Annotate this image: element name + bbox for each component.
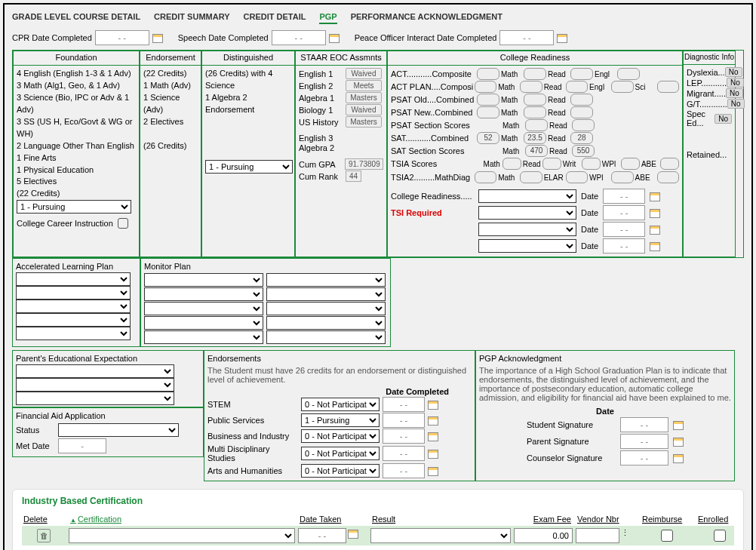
alp-select[interactable]: [16, 313, 131, 327]
calendar-icon[interactable]: [650, 207, 660, 218]
score-sublabel: Engl: [595, 70, 616, 78]
endorsement-date-input[interactable]: [383, 413, 425, 428]
status-select[interactable]: [58, 423, 179, 437]
col-certification[interactable]: Certification: [69, 512, 295, 526]
college-date-input[interactable]: [603, 189, 645, 204]
staar-label: Algebra 1: [299, 94, 343, 103]
monitor-select[interactable]: [266, 273, 386, 287]
pee-select[interactable]: [16, 378, 174, 392]
endorsement-date-input[interactable]: [383, 429, 425, 444]
result-select[interactable]: [370, 528, 511, 543]
signature-date-input[interactable]: [620, 434, 668, 449]
calendar-icon[interactable]: [557, 32, 567, 43]
speech-date-input[interactable]: [272, 30, 326, 45]
calendar-icon[interactable]: [428, 466, 438, 476]
endorsement-select[interactable]: 0 - Not Participating: [301, 464, 380, 478]
college-select[interactable]: [478, 206, 576, 220]
diagnostic-header: Diagnostic Info: [684, 51, 735, 65]
endorsement-select[interactable]: 0 - Not Participating: [301, 429, 380, 443]
monitor-select[interactable]: [266, 287, 386, 301]
monitor-select[interactable]: [144, 273, 263, 287]
met-date-input[interactable]: [58, 438, 106, 453]
score-box: [477, 94, 499, 106]
pee-select[interactable]: [16, 364, 174, 378]
date-label: Date: [581, 208, 598, 217]
score-box: [502, 158, 521, 170]
cci-checkbox[interactable]: [118, 218, 128, 229]
college-select[interactable]: [478, 239, 576, 253]
reimburse-checkbox[interactable]: [661, 530, 673, 542]
col-exam-fee[interactable]: Exam Fee: [514, 512, 573, 526]
college-date-input[interactable]: [603, 238, 645, 253]
calendar-icon[interactable]: [650, 224, 660, 235]
tab-pgp[interactable]: PGP: [319, 11, 337, 24]
endorsement-select[interactable]: 0 - Not Participating: [301, 398, 380, 411]
score-box: [520, 171, 542, 183]
tab-grade-level[interactable]: GRADE LEVEL COURSE DETAIL: [12, 11, 140, 24]
fin-header: Financial Aid Application: [16, 410, 200, 422]
endorsement-date-input[interactable]: [383, 463, 425, 478]
calendar-icon[interactable]: [673, 419, 684, 430]
calendar-icon[interactable]: [673, 436, 684, 447]
calendar-icon[interactable]: [428, 415, 438, 426]
college-select[interactable]: [478, 223, 576, 236]
diag-label: Migrant.....: [687, 89, 726, 98]
more-icon[interactable]: ⋮: [621, 528, 629, 543]
col-enrolled[interactable]: Enrolled: [696, 512, 743, 526]
retained-label: Retained...: [687, 150, 727, 159]
signature-date-input[interactable]: [620, 450, 668, 466]
calendar-icon[interactable]: [650, 191, 660, 201]
col-vendor[interactable]: Vendor Nbr: [576, 512, 638, 526]
peace-date-input[interactable]: [499, 30, 554, 45]
date-taken-input[interactable]: [298, 528, 346, 543]
col-date-taken[interactable]: Date Taken: [298, 512, 367, 526]
exam-fee-input[interactable]: [514, 528, 573, 543]
monitor-select[interactable]: [144, 302, 263, 315]
endorsement-select[interactable]: 0 - Not Participating: [301, 447, 380, 460]
certification-select[interactable]: [69, 528, 295, 543]
cpr-date-input[interactable]: [95, 30, 149, 45]
monitor-select[interactable]: [144, 330, 263, 344]
tab-credit-detail[interactable]: CREDIT DETAIL: [244, 11, 306, 24]
distinguished-select[interactable]: 1 - Pursuing: [205, 160, 293, 174]
endorsement-date-input[interactable]: [383, 446, 425, 461]
delete-button[interactable]: 🗑: [37, 529, 51, 542]
calendar-icon[interactable]: [428, 448, 438, 459]
calendar-icon[interactable]: [329, 32, 340, 43]
calendar-icon[interactable]: [673, 453, 684, 463]
college-date-input[interactable]: [603, 205, 645, 220]
tab-credit-summary[interactable]: CREDIT SUMMARY: [154, 11, 229, 24]
calendar-icon[interactable]: [428, 431, 438, 441]
calendar-icon[interactable]: [348, 528, 358, 539]
monitor-select[interactable]: [266, 302, 386, 315]
enrolled-checkbox[interactable]: [714, 530, 726, 542]
college-select[interactable]: [478, 189, 576, 203]
monitor-select[interactable]: [266, 330, 386, 344]
tab-performance-ack[interactable]: PERFORMANCE ACKNOWLEDGMENT: [351, 11, 502, 24]
foundation-select[interactable]: 1 - Pursuing: [17, 200, 131, 214]
score-box: [524, 106, 546, 118]
alp-select[interactable]: [16, 286, 131, 300]
signature-date-input[interactable]: [620, 417, 668, 432]
col-reimburse[interactable]: Reimburse: [641, 512, 693, 526]
alp-select[interactable]: [16, 272, 131, 286]
monitor-select[interactable]: [266, 316, 386, 330]
college-date-input[interactable]: [603, 222, 645, 237]
calendar-icon[interactable]: [428, 399, 438, 410]
peace-date-label: Peace Officer Interact Date Completed: [355, 33, 497, 42]
calendar-icon[interactable]: [650, 241, 660, 251]
alp-select[interactable]: [16, 327, 131, 340]
alp-select[interactable]: [16, 300, 131, 313]
endorsement-select[interactable]: 1 - Pursuing: [301, 413, 380, 427]
pee-select[interactable]: [16, 392, 174, 405]
vendor-input[interactable]: [576, 528, 619, 543]
staar-label: English 2: [299, 81, 343, 91]
col-delete[interactable]: Delete: [22, 512, 66, 526]
met-date-label: Met Date: [16, 441, 54, 450]
monitor-select[interactable]: [144, 287, 263, 301]
endorsement-date-input[interactable]: [383, 397, 425, 412]
monitor-select[interactable]: [144, 316, 263, 330]
col-result[interactable]: Result: [370, 512, 511, 526]
diag-label: LEP...........: [687, 78, 727, 88]
calendar-icon[interactable]: [152, 32, 163, 43]
